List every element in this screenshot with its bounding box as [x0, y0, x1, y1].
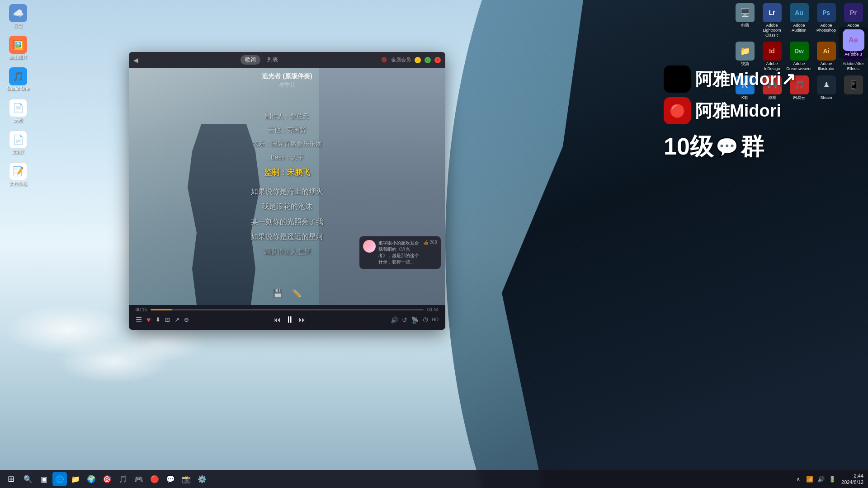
- player-back-button[interactable]: ◀: [133, 56, 138, 64]
- start-icon: ⊞: [8, 474, 14, 484]
- window-minimize-button[interactable]: －: [415, 57, 421, 63]
- player-vip-text: 金属会员: [391, 56, 411, 63]
- time-total: 03:44: [427, 307, 439, 312]
- taskbar-app4[interactable]: 🔴: [147, 472, 162, 486]
- taskbar-search[interactable]: 🔍: [21, 472, 35, 486]
- tray-battery[interactable]: 🔋: [828, 474, 837, 483]
- lyric-save-icon[interactable]: 💾: [273, 288, 283, 298]
- desktop-icon-ps[interactable]: Ps Adobe Photoshop: [814, 2, 839, 38]
- progress-bar[interactable]: [151, 309, 424, 310]
- lyric-bass: Bass：大宇: [270, 152, 303, 162]
- desktop-icon-misc[interactable]: 📱: [841, 75, 866, 101]
- taskbar: ⊞ 🔍 ▣ 🌐 📁 🌍 🎯 🎵 🎮 🔴 💬 📸 ⚙️ ∧ 📶 🔊 🔋 2:44 …: [0, 470, 868, 488]
- desktop-icon-photo-label: 金山图片: [9, 55, 27, 60]
- timer-icon[interactable]: ⏱: [422, 316, 429, 324]
- lyric-edit-icon[interactable]: ✏️: [292, 288, 302, 298]
- comment-bubble: 追字眼小的超欢迎合我我唱的《追光者》，越是那的这个什录，获得一些... 👍 26…: [359, 236, 441, 269]
- lyric-producer: 制作人：黎佐天: [265, 111, 309, 121]
- quality-label[interactable]: HD: [432, 317, 439, 322]
- window-maximize-button[interactable]: □: [425, 57, 431, 63]
- desktop-icon-lr[interactable]: Lr Adobe Lightroom Classic: [760, 2, 784, 38]
- desktop-icon-doc3[interactable]: 📝 文档备忘: [2, 160, 34, 188]
- music-player-window: ◀ 歌词 列表 🔴 金属会员 － □ × 追光者 (原版伴奏) 岑宁儿 制作人：…: [129, 52, 445, 330]
- wechat-icon: 💬: [716, 136, 738, 158]
- download-button[interactable]: ⬇: [156, 316, 160, 323]
- netease-banner[interactable]: 🔴 阿雅Midori: [664, 97, 796, 124]
- song-title: 追光者 (原版伴奏): [129, 72, 445, 80]
- desktop-icon-cloud-label: 云盘: [14, 23, 23, 28]
- taskbar-app7[interactable]: ⚙️: [195, 472, 209, 486]
- desktop-icon-ai[interactable]: Ai Adobe Illustrator: [814, 41, 839, 72]
- taskbar-clock[interactable]: 2:44 2024/8/12: [839, 473, 866, 486]
- taskbar-chrome[interactable]: 🌍: [84, 472, 99, 486]
- taskbar-app1[interactable]: 🎯: [100, 472, 114, 486]
- comment-likes: 👍 268: [423, 240, 437, 245]
- taskbar-edge[interactable]: 🌐: [52, 472, 67, 486]
- tab-list[interactable]: 列表: [263, 55, 283, 65]
- desktop-icons-left: ☁️ 云盘 🖼️ 金山图片 🎵 Studio One 📄 文档 📄 文档2 📝 …: [2, 2, 34, 188]
- next-button[interactable]: ⏭: [299, 316, 306, 324]
- lyric-line-4: 如果说你是遥远的星河: [251, 231, 323, 243]
- lyric-line-2: 我是浪花的泡沫: [262, 201, 312, 212]
- player-controls: 00:15 03:44 ☰ ♥ ⬇ ⊡ ↗ ⊖ ⏮ ⏸ ⏭ 🔊 ↺ 📡 ⏱ HD: [129, 305, 445, 330]
- desktop-icon-cloud[interactable]: ☁️ 云盘: [2, 2, 34, 30]
- desktop-icon-doc1[interactable]: 📄 文档: [2, 97, 34, 125]
- player-content: 追光者 (原版伴奏) 岑宁儿 制作人：黎佐天 吉他：劳国贤 弦乐：国际首席爱乐乐…: [129, 68, 445, 305]
- tray-volume[interactable]: 🔊: [816, 474, 826, 483]
- tab-lyrics[interactable]: 歌词: [241, 55, 260, 65]
- tiktok-banner[interactable]: ♪ 阿雅Midori↗: [664, 66, 796, 93]
- wechat-group: 群: [741, 131, 764, 163]
- share-button[interactable]: ⊡: [165, 316, 170, 323]
- desktop-icon-explorer[interactable]: 🖥️ 电脑: [732, 2, 757, 38]
- desktop-icon-music-label: Studio One: [7, 86, 29, 92]
- icon-ai-label: Adobe Illustrator: [815, 61, 838, 71]
- start-button[interactable]: ⊞: [2, 472, 19, 486]
- wechat-level: 10级: [664, 131, 713, 163]
- desktop-icon-doc2[interactable]: 📄 文档2: [2, 129, 34, 157]
- desktop-icon-au[interactable]: Au Adobe Audition: [787, 2, 811, 38]
- desktop-icon-doc3-label: 文档备忘: [9, 181, 27, 187]
- taskbar-app5[interactable]: 💬: [163, 472, 178, 486]
- desktop-icon-doc1-label: 文档: [14, 118, 23, 123]
- desktop-icon-music[interactable]: 🎵 Studio One: [2, 66, 34, 94]
- social-banner: ♪ 阿雅Midori↗ 🔴 阿雅Midori 10级 💬 群: [664, 66, 796, 163]
- pause-button[interactable]: ⏸: [285, 314, 294, 325]
- taskbar-app2[interactable]: 🎵: [116, 472, 130, 486]
- desktop-icon-photo[interactable]: 🖼️ 金山图片: [2, 34, 34, 62]
- taskbar-app3[interactable]: 🎮: [132, 472, 146, 486]
- player-song-info: 追光者 (原版伴奏) 岑宁儿: [129, 72, 445, 89]
- like-button[interactable]: ♥: [146, 316, 151, 324]
- airplay-icon[interactable]: 📡: [411, 316, 419, 324]
- lyric-guitar: 吉他：劳国贤: [268, 125, 306, 135]
- player-titlebar: ◀ 歌词 列表 🔴 金属会员 － □ ×: [129, 52, 445, 68]
- playlist-toggle-button[interactable]: ☰: [136, 315, 142, 324]
- prev-button[interactable]: ⏮: [274, 316, 281, 324]
- icon-steam-label: Steam: [820, 95, 832, 100]
- lyric-line-1: 如果说你是海上的烟火: [251, 186, 323, 197]
- ae-top-label: Ae tobe 3: [844, 52, 862, 56]
- tray-chevron[interactable]: ∧: [794, 474, 803, 483]
- tray-network[interactable]: 📶: [805, 474, 814, 483]
- taskbar-task-view[interactable]: ▣: [37, 472, 51, 486]
- controls-row: ☰ ♥ ⬇ ⊡ ↗ ⊖ ⏮ ⏸ ⏭ 🔊 ↺ 📡 ⏱ HD: [136, 314, 439, 325]
- taskbar-files[interactable]: 📁: [68, 472, 83, 486]
- taskbar-app6[interactable]: 📸: [179, 472, 193, 486]
- desktop-icon-doc2-label: 文档2: [12, 150, 24, 155]
- ae-icon-inner: Ae: [843, 29, 864, 51]
- ae-top-right-icon[interactable]: Ae Ae tobe 3: [839, 27, 868, 59]
- tiktok-icon: ♪: [664, 66, 691, 93]
- progress-container: 00:15 03:44: [136, 307, 439, 312]
- lyric-line-5: 耀眼得让人想哭: [264, 246, 311, 257]
- dislike-button[interactable]: ⊖: [184, 316, 189, 323]
- icon-au-label: Adobe Audition: [788, 23, 811, 33]
- desktop-icon-steam[interactable]: ♟ Steam: [814, 75, 839, 101]
- player-tabs: 歌词 列表: [142, 55, 381, 65]
- progress-fill: [151, 309, 172, 310]
- wechat-banner[interactable]: 10级 💬 群: [664, 131, 796, 163]
- volume-icon[interactable]: 🔊: [391, 316, 398, 324]
- more-button[interactable]: ↗: [175, 316, 179, 323]
- ctrl-right-icons: 🔊 ↺ 📡 ⏱ HD: [391, 316, 439, 324]
- window-close-button[interactable]: ×: [434, 57, 441, 63]
- lyric-supervisor: 监制：宋鹏飞: [264, 166, 310, 178]
- repeat-icon[interactable]: ↺: [402, 316, 407, 324]
